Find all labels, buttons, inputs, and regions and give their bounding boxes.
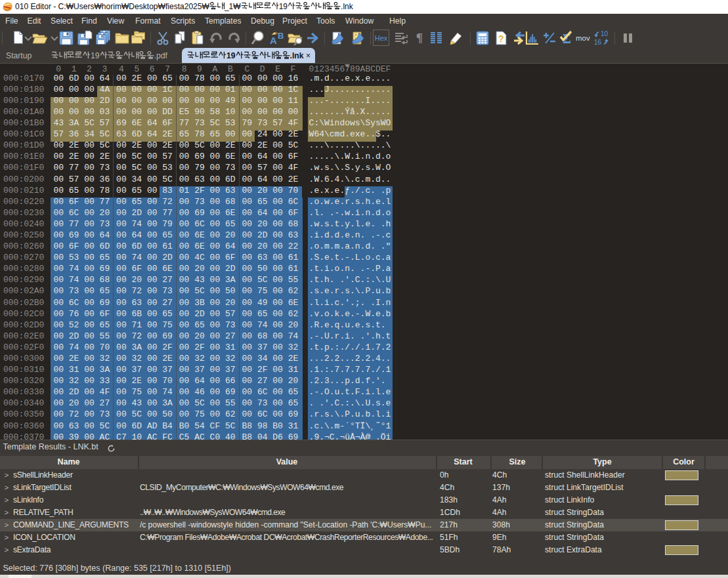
svg-text:16: 16	[594, 39, 602, 46]
svg-text:10: 10	[601, 30, 609, 37]
svg-text:B: B	[278, 31, 284, 41]
svg-text:?: ?	[498, 33, 504, 44]
svg-text:A: A	[270, 35, 277, 46]
